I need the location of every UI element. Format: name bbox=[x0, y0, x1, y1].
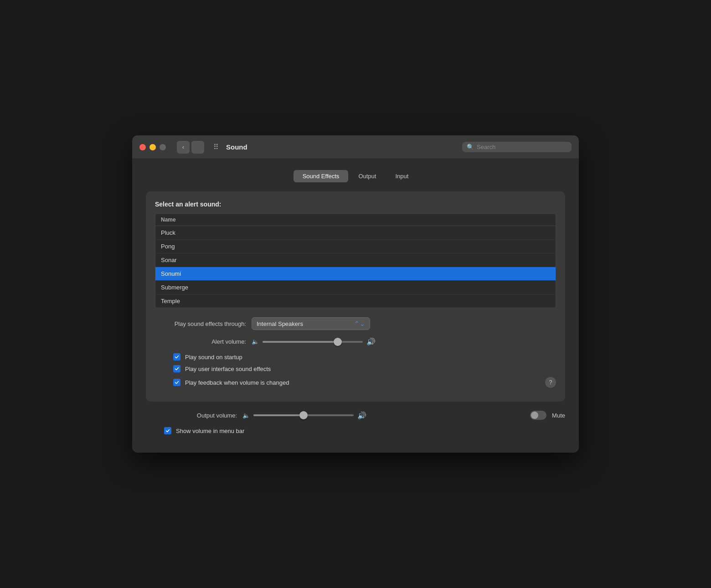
output-slider-fill bbox=[253, 414, 304, 416]
alert-volume-row: Alert volume: 🔈 🔊 bbox=[155, 337, 556, 346]
mute-label: Mute bbox=[552, 412, 565, 419]
tab-sound-effects[interactable]: Sound Effects bbox=[294, 170, 349, 182]
volume-high-icon: 🔊 bbox=[366, 337, 376, 346]
check-icon bbox=[165, 428, 170, 433]
list-header: Name bbox=[155, 214, 556, 226]
output-volume-low-icon: 🔈 bbox=[242, 412, 250, 419]
check-icon bbox=[175, 366, 179, 371]
window-title: Sound bbox=[226, 143, 247, 151]
minimize-button[interactable] bbox=[149, 144, 156, 150]
search-icon: 🔍 bbox=[467, 144, 474, 150]
output-volume-section: Output volume: 🔈 🔊 Mute bbox=[146, 411, 565, 434]
volume-low-icon: 🔈 bbox=[252, 338, 259, 345]
alert-volume-slider-container: 🔈 🔊 bbox=[252, 337, 556, 346]
close-button[interactable] bbox=[139, 144, 146, 150]
ui-sounds-checkbox[interactable] bbox=[173, 365, 180, 372]
output-slider-thumb[interactable] bbox=[299, 411, 308, 419]
ui-sounds-label: Play user interface sound effects bbox=[185, 366, 271, 372]
tab-output[interactable]: Output bbox=[349, 170, 385, 182]
tab-input[interactable]: Input bbox=[386, 170, 417, 182]
dropdown-value: Internal Speakers bbox=[257, 320, 303, 327]
show-volume-row: Show volume in menu bar bbox=[146, 427, 565, 434]
output-volume-slider-container: 🔈 🔊 bbox=[242, 411, 525, 420]
chevron-icon: ⌃⌄ bbox=[354, 320, 365, 327]
content-area: Sound Effects Output Input Select an ale… bbox=[132, 159, 579, 453]
alert-sound-label: Select an alert sound: bbox=[155, 201, 556, 208]
sound-effects-panel: Select an alert sound: Name Pluck Pong S… bbox=[146, 191, 565, 402]
play-through-label: Play sound effects through: bbox=[155, 320, 246, 327]
forward-button[interactable]: › bbox=[191, 141, 204, 154]
list-item[interactable]: Pluck bbox=[155, 226, 556, 240]
mute-toggle[interactable] bbox=[530, 411, 546, 420]
search-bar[interactable]: 🔍 bbox=[462, 142, 572, 152]
titlebar: ‹ › ⠿ Sound 🔍 bbox=[132, 135, 579, 159]
system-preferences-window: ‹ › ⠿ Sound 🔍 Sound Effects Output Input… bbox=[132, 135, 579, 453]
volume-feedback-label: Play feedback when volume is changed bbox=[185, 379, 289, 386]
list-item[interactable]: Temple bbox=[155, 294, 556, 308]
play-through-dropdown[interactable]: Internal Speakers ⌃⌄ bbox=[252, 317, 370, 330]
maximize-button[interactable] bbox=[160, 144, 166, 150]
nav-buttons: ‹ › bbox=[177, 141, 204, 154]
check-icon bbox=[175, 355, 179, 359]
volume-feedback-row: Play feedback when volume is changed ? bbox=[155, 377, 556, 388]
output-volume-label: Output volume: bbox=[146, 412, 237, 419]
startup-checkbox[interactable] bbox=[173, 353, 180, 361]
list-item[interactable]: Submerge bbox=[155, 281, 556, 294]
check-icon bbox=[175, 380, 179, 385]
back-button[interactable]: ‹ bbox=[177, 141, 190, 154]
sound-list: Name Pluck Pong Sonar Sonumi Submerge Te… bbox=[155, 213, 556, 308]
grid-icon[interactable]: ⠿ bbox=[213, 143, 219, 151]
list-item-selected[interactable]: Sonumi bbox=[155, 267, 556, 281]
alert-volume-track[interactable] bbox=[263, 341, 363, 343]
startup-sound-row: Play sound on startup bbox=[155, 353, 556, 361]
tab-bar: Sound Effects Output Input bbox=[146, 170, 565, 182]
list-item[interactable]: Sonar bbox=[155, 253, 556, 267]
list-item[interactable]: Pong bbox=[155, 240, 556, 253]
output-volume-row: Output volume: 🔈 🔊 Mute bbox=[146, 411, 565, 420]
volume-feedback-checkbox[interactable] bbox=[173, 379, 180, 386]
traffic-lights bbox=[139, 144, 166, 150]
show-volume-label: Show volume in menu bar bbox=[176, 428, 244, 434]
output-volume-high-icon: 🔊 bbox=[357, 411, 366, 420]
startup-sound-label: Play sound on startup bbox=[185, 354, 242, 361]
output-volume-track[interactable] bbox=[253, 414, 354, 416]
slider-thumb[interactable] bbox=[334, 338, 342, 346]
mute-toggle-thumb bbox=[531, 412, 538, 419]
search-input[interactable] bbox=[477, 144, 567, 150]
help-button[interactable]: ? bbox=[545, 377, 556, 388]
play-through-row: Play sound effects through: Internal Spe… bbox=[155, 317, 556, 330]
ui-sound-row: Play user interface sound effects bbox=[155, 365, 556, 372]
show-volume-checkbox[interactable] bbox=[164, 427, 171, 434]
slider-fill bbox=[263, 341, 338, 343]
alert-volume-label: Alert volume: bbox=[155, 338, 246, 345]
